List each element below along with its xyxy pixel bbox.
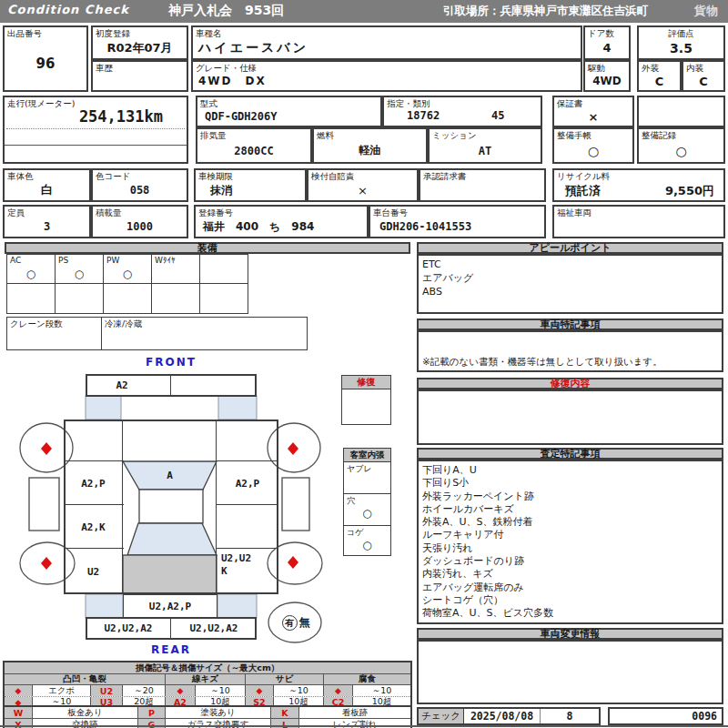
assessment-line: シートコゲ（穴） bbox=[422, 594, 718, 607]
equipment-cell-empty-1 bbox=[199, 254, 248, 284]
change-info-body bbox=[417, 640, 723, 704]
maintenance-record-value: ○ bbox=[639, 139, 723, 162]
equipment-cell-empty-4 bbox=[103, 283, 152, 314]
interior-row-hole: 穴 ○ bbox=[344, 494, 390, 526]
body-color-cell: 車体色 白 bbox=[3, 168, 91, 202]
approval-label: 承認請求書 bbox=[423, 171, 467, 183]
chassis-cell: 車台番号 GDH206-1041553 bbox=[369, 205, 546, 238]
assessment-line: ホイールカバーキズ bbox=[422, 503, 718, 516]
windshield-pillar-left bbox=[86, 396, 121, 420]
vehicle-category: 貨物 bbox=[694, 3, 718, 19]
repair-content-header: 修復内容 bbox=[417, 378, 723, 389]
rear-bumper-corner-left bbox=[86, 594, 123, 618]
body-vline-right bbox=[216, 420, 217, 594]
appeal-line-2: エアバッグ bbox=[422, 271, 718, 285]
interior-row-burn: コゲ ○ bbox=[344, 526, 390, 557]
history-label: 車歴 bbox=[96, 63, 113, 75]
pickup-location: 引取場所：兵庫県神戸市東灘区住吉浜町 bbox=[443, 4, 648, 19]
assessment-line: 荷物室A、U、S、ビス穴多数 bbox=[422, 607, 718, 620]
legend-cell: ～10 bbox=[353, 685, 410, 696]
legend-cell: エクボ bbox=[33, 685, 91, 696]
interior-lining-title: 客室内張 bbox=[344, 449, 390, 462]
equipment-header: 装備 bbox=[5, 242, 410, 254]
legend-group-scratch: 線キズ bbox=[166, 674, 246, 684]
equipment-cell-empty-5 bbox=[151, 283, 200, 314]
diamond-icon: ◆ bbox=[324, 685, 353, 696]
mileage-label: 走行(現メーター) bbox=[7, 98, 75, 110]
legend-desc-w: 板金あり bbox=[33, 707, 138, 718]
interior-tear-label: ヤブレ bbox=[347, 463, 372, 475]
legend-cell: ～20 bbox=[123, 685, 166, 696]
interior-lining-box: 客室内張 ヤブレ 穴 ○ コゲ ○ bbox=[343, 448, 391, 556]
assessment-title: 査定特記事項 bbox=[541, 447, 601, 460]
equipment-label-wtire: Wﾀｲﾔ bbox=[155, 256, 175, 265]
welfare-label: 福祉車両 bbox=[557, 207, 592, 219]
displacement-value: 2800CC bbox=[197, 139, 310, 162]
assessment-line: 外装A、U、S、鉄粉付着 bbox=[422, 516, 718, 529]
mileage-value: 254,131km bbox=[79, 107, 163, 126]
doors-cell: ドア数 4 bbox=[583, 25, 631, 60]
rear-bumper-left-code: U2,U2,A2 bbox=[86, 617, 171, 640]
vehicle-notes-disclaimer: ※記載のない書類・機器等は無しとして取り扱います。 bbox=[422, 356, 662, 369]
assessment-line: 天張り汚れ bbox=[422, 542, 718, 555]
color-code-cell: 色コード 058 bbox=[91, 168, 188, 202]
legend-cell: ～10 bbox=[274, 685, 324, 696]
rear-bumper-right-code: U2,U2,A2 bbox=[171, 617, 257, 640]
change-info-title: 車両変更情報 bbox=[541, 627, 601, 641]
windshield-pillar-right bbox=[218, 396, 257, 420]
class-value-1: 18762 bbox=[407, 109, 440, 122]
maintenance-book-cell: 整備手帳 ○ bbox=[552, 127, 634, 164]
recycle-label: リサイクル料 bbox=[557, 171, 610, 183]
equipment-cell-pw: PW ○ bbox=[103, 254, 152, 284]
score-cell: 評価点 3.5 bbox=[637, 25, 725, 60]
interior-grade-cell: 内装 C bbox=[682, 60, 725, 92]
assessment-line: 下回りS小 bbox=[422, 477, 718, 490]
assessment-line: 内装汚れ、キズ bbox=[422, 568, 718, 581]
appeal-header: アピールポイント bbox=[417, 242, 723, 254]
equipment-cell-empty-3 bbox=[55, 283, 104, 314]
load-value: 1000 bbox=[93, 217, 187, 237]
equipment-title: 装備 bbox=[197, 241, 217, 255]
maintenance-book-value: ○ bbox=[554, 139, 632, 162]
code-row-1: W 板金あり P 塗装あり K 看板跡 bbox=[5, 707, 410, 718]
color-code-value: 058 bbox=[93, 180, 187, 200]
insurance-cell: 検付自賠責 × bbox=[307, 168, 419, 202]
fuel-value: 軽油 bbox=[314, 139, 426, 162]
check-box: チェック 2025/08/08 8 bbox=[417, 707, 601, 725]
presence-no: 無 bbox=[299, 615, 310, 631]
legend-group-corrosion: 腐食 bbox=[324, 674, 410, 684]
legend-desc-p: 塗装あり bbox=[166, 707, 271, 718]
body-color-value: 白 bbox=[5, 180, 89, 200]
capacity-value: 3 bbox=[5, 217, 89, 237]
grade-cell: グレード・仕様 4WD DX bbox=[191, 60, 582, 92]
side-step-left bbox=[29, 478, 59, 531]
exterior-grade-value: C bbox=[639, 72, 680, 90]
fridge-cell: 冷凍/冷蔵 bbox=[101, 317, 308, 350]
crane-label: クレーン段数 bbox=[10, 318, 63, 330]
vehicle-notes-body: ※記載のない書類・機器等は無しとして取り扱います。 bbox=[417, 330, 723, 372]
rear-bumper-corner-right bbox=[217, 594, 257, 618]
appeal-line-3: ABS bbox=[422, 285, 718, 298]
change-info-header: 車両変更情報 bbox=[417, 628, 723, 640]
front-bumper-divider bbox=[170, 374, 171, 397]
legend-group-row: 凸凹・亀裂 線キズ サビ 腐食 bbox=[5, 673, 410, 684]
equipment-label-pw: PW bbox=[106, 256, 119, 265]
legend-desc-k: 看板跡 bbox=[299, 707, 410, 718]
plate-cell: 登録番号 福井 400 ち 984 bbox=[194, 205, 369, 238]
legend-code-k: K bbox=[271, 707, 299, 718]
class-value-2: 45 bbox=[491, 109, 504, 122]
mileage-dotted-divider bbox=[6, 128, 185, 129]
appeal-body: ETC エアバッグ ABS bbox=[417, 254, 723, 314]
check-date: 2025/08/08 bbox=[464, 709, 541, 723]
repair-content-title: 修復内容 bbox=[551, 377, 591, 390]
model-code-value: QDF-GDH206Y bbox=[197, 107, 380, 126]
equipment-value-ac: ○ bbox=[7, 265, 55, 283]
interior-hole-value: ○ bbox=[344, 501, 390, 525]
interior-grade-value: C bbox=[683, 72, 723, 90]
load-cell: 積載量 1000 bbox=[91, 205, 188, 238]
rear-label: REAR bbox=[86, 643, 257, 655]
model-code-cell: 型式 QDF-GDH206Y bbox=[196, 96, 382, 127]
crane-cell: クレーン段数 bbox=[6, 317, 102, 350]
top-header-bar: Condition Check 神戸入札会 953回 引取場所：兵庫県神戸市東灘… bbox=[0, 0, 728, 23]
repair-content-body bbox=[417, 389, 723, 445]
